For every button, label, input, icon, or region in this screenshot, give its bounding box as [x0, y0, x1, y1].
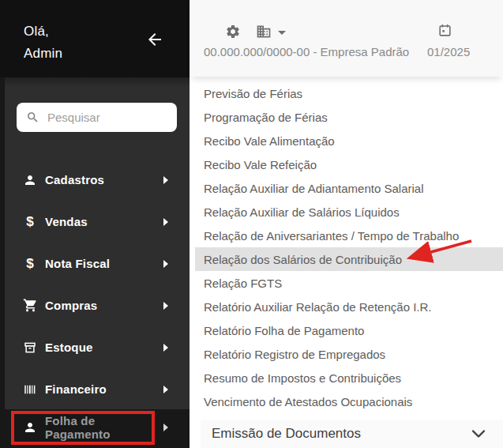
main-content: 00.000.000/0000-00 - Empresa Padrão 01/2…	[190, 0, 503, 448]
report-list-item[interactable]: Relação Auxiliar de Adiantamento Salaria…	[195, 176, 503, 200]
sidebar-item-financeiro[interactable]: Financeiro	[5, 368, 190, 410]
report-list-item[interactable]: Relatório Registro de Empregados	[195, 342, 503, 366]
person-icon	[21, 173, 39, 187]
search-input[interactable]	[47, 111, 167, 124]
sidebar-item-compras[interactable]: Compras	[5, 284, 190, 326]
cart-icon	[21, 298, 39, 313]
search-icon	[26, 111, 39, 124]
sidebar-item-label: Compras	[45, 299, 163, 312]
report-list-item[interactable]: Relação Auxiliar de Salários Líquidos	[195, 200, 503, 224]
chevron-down-icon	[471, 428, 486, 439]
sidebar-item-folha-de-pagamento[interactable]: Folha de Pagamento	[5, 410, 190, 445]
company-selector[interactable]: 00.000.000/0000-00 - Empresa Padrão	[204, 45, 409, 58]
collapse-sidebar-arrow-icon[interactable]	[145, 30, 164, 49]
report-list-item[interactable]: Relação dos Salários de Contribuição	[195, 247, 503, 271]
chevron-right-icon	[163, 176, 168, 184]
greeting-line-1: Olá,	[24, 21, 190, 43]
sidebar: Olá, Admin Cadastros $ Vendas $ Nota Fis…	[0, 0, 190, 448]
sidebar-panel: Cadastros $ Vendas $ Nota Fiscal Compras…	[5, 77, 190, 409]
report-list-item[interactable]: Recibo Vale Refeição	[195, 152, 503, 176]
calendar-icon[interactable]	[437, 23, 452, 41]
sidebar-item-label: Estoque	[45, 341, 163, 354]
sidebar-item-label: Financeiro	[45, 382, 163, 396]
chevron-right-icon	[163, 386, 168, 393]
report-list-item[interactable]: Relação de Aniversariantes / Tempo de Tr…	[195, 224, 503, 247]
sidebar-header: Olá, Admin	[0, 0, 190, 77]
report-list-item[interactable]: Previsão de Férias	[195, 87, 503, 105]
building-icon[interactable]	[256, 24, 272, 43]
dollar-icon: $	[21, 256, 39, 272]
accordion-label: Emissão de Documentos	[212, 426, 471, 442]
caret-down-icon[interactable]	[278, 31, 286, 35]
greeting-line-2: Admin	[24, 43, 190, 65]
gear-icon[interactable]	[225, 24, 241, 43]
sidebar-menu: Cadastros $ Vendas $ Nota Fiscal Compras…	[5, 159, 190, 410]
sidebar-item-nota-fiscal[interactable]: $ Nota Fiscal	[5, 243, 190, 284]
chevron-right-icon	[163, 424, 168, 431]
period-selector[interactable]: 01/2025	[427, 45, 470, 58]
sidebar-item-estoque[interactable]: Estoque	[5, 326, 190, 368]
chevron-right-icon	[163, 218, 168, 226]
report-list-viewport: Previsão de FériasProgramação de FériasR…	[195, 87, 503, 420]
topbar: 00.000.000/0000-00 - Empresa Padrão 01/2…	[190, 0, 503, 77]
chevron-right-icon	[163, 302, 168, 310]
sidebar-item-cadastros[interactable]: Cadastros	[5, 159, 190, 201]
dollar-icon: $	[21, 214, 39, 230]
person-icon	[21, 420, 39, 435]
report-list-item[interactable]: Relatório Auxiliar Relação de Retenção I…	[195, 295, 503, 318]
chevron-right-icon	[163, 344, 168, 352]
chevron-right-icon	[163, 260, 168, 268]
sidebar-item-label: Vendas	[45, 215, 163, 228]
sidebar-item-label: Nota Fiscal	[45, 257, 163, 270]
sidebar-item-label: Folha de Pagamento	[45, 414, 163, 441]
report-list-item[interactable]: Programação de Férias	[195, 105, 503, 129]
sidebar-item-label: Cadastros	[45, 173, 163, 186]
archive-icon	[21, 341, 39, 355]
report-list-item[interactable]: Relatório Folha de Pagamento	[195, 318, 503, 342]
report-list-item[interactable]: Resumo de Impostos e Contribuições	[195, 366, 503, 390]
sidebar-item-vendas[interactable]: $ Vendas	[5, 201, 190, 243]
report-list-item[interactable]: Relação FGTS	[195, 271, 503, 295]
report-list-item[interactable]: Vencimento de Atestados Ocupacionais	[195, 390, 503, 413]
report-list-item[interactable]: Recibo Vale Alimentação	[195, 129, 503, 152]
report-list: Previsão de FériasProgramação de FériasR…	[195, 87, 503, 413]
sidebar-search[interactable]	[17, 103, 177, 132]
accordion-emissao-de-documentos[interactable]: Emissão de Documentos	[201, 420, 503, 448]
barcode-icon	[21, 382, 39, 397]
